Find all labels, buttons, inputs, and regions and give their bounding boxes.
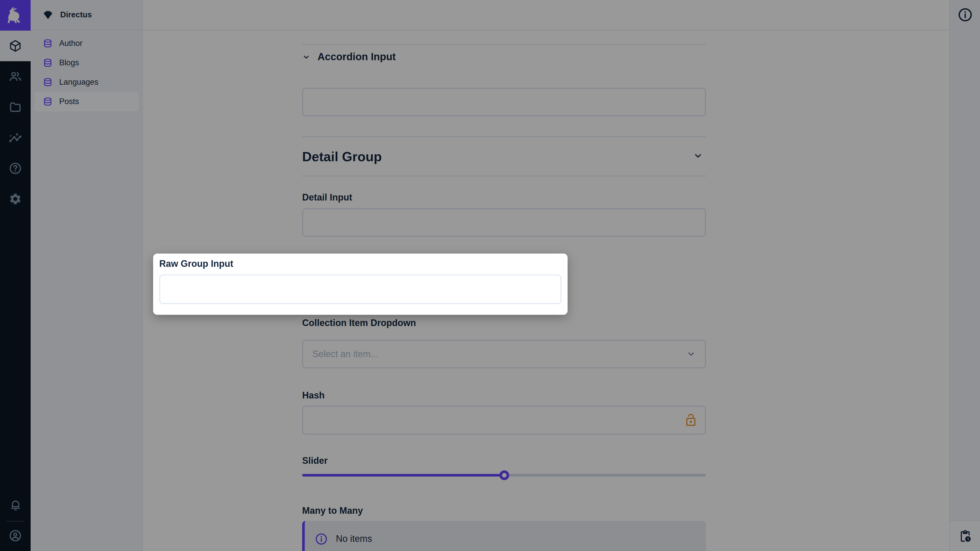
app-window: Accordion Input Detail Group Detail Inpu… bbox=[0, 0, 980, 551]
raw-group-input-field[interactable] bbox=[159, 275, 562, 304]
raw-group-input-label: Raw Group Input bbox=[159, 259, 562, 269]
raw-group-input-card: Raw Group Input bbox=[153, 254, 568, 315]
